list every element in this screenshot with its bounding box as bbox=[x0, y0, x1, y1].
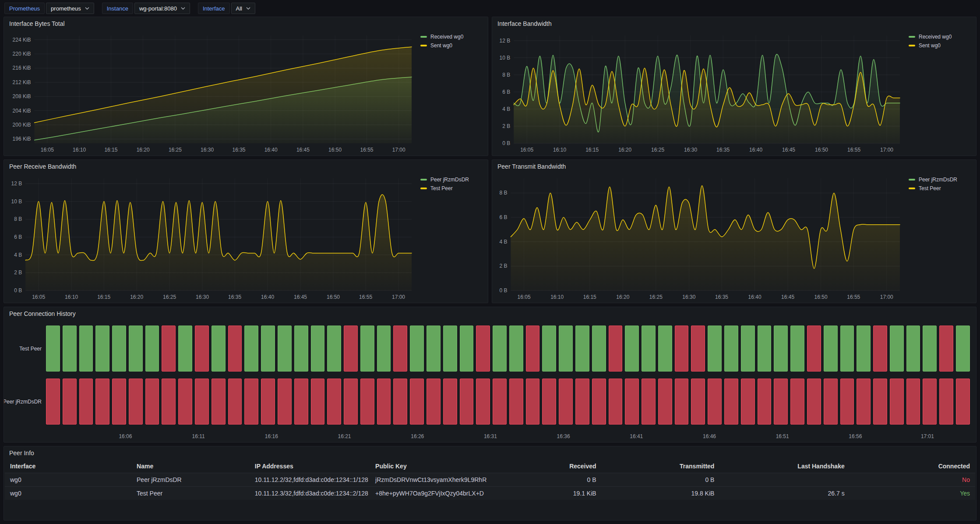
column-header-ip-addresses[interactable]: IP Addresses bbox=[250, 460, 370, 473]
panel-title[interactable]: Peer Receive Bandwidth bbox=[4, 160, 488, 173]
state-bar-disconnected bbox=[906, 379, 920, 425]
state-bar-disconnected bbox=[609, 326, 623, 372]
legend-item[interactable]: Received wg0 bbox=[909, 34, 952, 40]
state-bar-connected bbox=[642, 326, 656, 372]
legend-item[interactable]: Sent wg0 bbox=[420, 42, 452, 49]
panel-title[interactable]: Peer Info bbox=[4, 446, 976, 460]
state-bar-connected bbox=[294, 326, 308, 372]
timeline-strip[interactable] bbox=[46, 326, 970, 372]
state-bar-connected bbox=[178, 326, 192, 372]
svg-text:16:35: 16:35 bbox=[715, 294, 728, 300]
variable-group-interface: Interface All bbox=[198, 3, 255, 14]
instance-variable-dropdown[interactable]: wg-portal:8080 bbox=[134, 3, 190, 14]
legend-label: Sent wg0 bbox=[919, 42, 941, 49]
svg-text:16:05: 16:05 bbox=[518, 294, 531, 300]
column-header-last-handshake[interactable]: Last Handshake bbox=[719, 460, 850, 473]
cell-name: Test Peer bbox=[131, 487, 250, 500]
column-header-received[interactable]: Received bbox=[490, 460, 601, 473]
state-bar-connected bbox=[79, 326, 93, 372]
state-bar-disconnected bbox=[939, 326, 953, 372]
x-axis-tick-label: 16:11 bbox=[192, 433, 205, 439]
legend-label: Peer jRzmDsDR bbox=[430, 177, 469, 183]
state-bar-disconnected bbox=[410, 379, 424, 425]
interface-bytes-total-chart[interactable]: 16:0516:1016:1516:2016:2516:3016:3516:40… bbox=[7, 30, 416, 155]
cell-interface: wg0 bbox=[5, 473, 131, 486]
state-bar-disconnected bbox=[427, 379, 441, 425]
cell-ip-addresses: 10.11.12.3/32,fdfd:d3ad:c0de:1234::2/128 bbox=[250, 487, 370, 500]
peer-receive-bandwidth-chart[interactable]: 16:0516:1016:1516:2016:2516:3016:3516:40… bbox=[7, 173, 416, 302]
legend-item[interactable]: Test Peer bbox=[420, 185, 453, 191]
dashboard-grid: Interface Bytes Total 16:0516:1016:1516:… bbox=[0, 17, 980, 524]
svg-text:6 B: 6 B bbox=[499, 214, 507, 220]
timeline-row-label: Test Peer bbox=[4, 326, 46, 372]
state-bar-disconnected bbox=[575, 379, 589, 425]
state-bar-connected bbox=[758, 326, 772, 372]
panel-title[interactable]: Interface Bytes Total bbox=[4, 17, 488, 30]
peer-transmit-bandwidth-chart[interactable]: 16:0516:1016:1516:2016:2516:3016:3516:40… bbox=[495, 173, 904, 302]
panel-interface-bandwidth: Interface Bandwidth 16:0516:1016:1516:20… bbox=[492, 17, 976, 156]
svg-text:16:50: 16:50 bbox=[814, 294, 828, 300]
interface-bandwidth-chart[interactable]: 16:0516:1016:1516:2016:2516:3016:3516:40… bbox=[495, 30, 904, 155]
panel-title[interactable]: Peer Transmit Bandwidth bbox=[492, 160, 976, 173]
column-header-interface[interactable]: Interface bbox=[5, 460, 131, 473]
x-axis-tick-label: 16:51 bbox=[776, 433, 789, 439]
state-bar-disconnected bbox=[857, 379, 871, 425]
panel-peer-transmit-bandwidth: Peer Transmit Bandwidth 16:0516:1016:151… bbox=[492, 159, 976, 303]
svg-text:16:20: 16:20 bbox=[137, 147, 150, 153]
state-bar-connected bbox=[360, 326, 374, 372]
state-bar-disconnected bbox=[923, 379, 937, 425]
svg-text:2 B: 2 B bbox=[14, 269, 22, 276]
legend-label: Test Peer bbox=[430, 185, 453, 191]
state-bar-connected bbox=[327, 326, 341, 372]
peer-connection-history-timeline[interactable]: Test PeerPeer jRzmDsDR16:0616:1116:1616:… bbox=[4, 320, 976, 442]
legend-item[interactable]: Test Peer bbox=[909, 185, 941, 191]
x-axis-tick-label: 16:31 bbox=[484, 433, 497, 439]
state-bar-connected bbox=[890, 326, 904, 372]
column-header-public-key[interactable]: Public Key bbox=[370, 460, 490, 473]
state-bar-connected bbox=[575, 326, 589, 372]
state-bar-disconnected bbox=[244, 379, 258, 425]
state-bar-disconnected bbox=[625, 379, 639, 425]
legend-item[interactable]: Peer jRzmDsDR bbox=[420, 177, 469, 183]
legend-label: Peer jRzmDsDR bbox=[919, 177, 957, 183]
svg-text:16:55: 16:55 bbox=[847, 294, 860, 300]
column-header-connected[interactable]: Connected bbox=[850, 460, 975, 473]
column-header-name[interactable]: Name bbox=[131, 460, 250, 473]
svg-text:212 KiB: 212 KiB bbox=[13, 79, 31, 85]
prometheus-variable-value: prometheus bbox=[51, 5, 81, 12]
svg-text:17:00: 17:00 bbox=[880, 294, 893, 300]
state-bar-disconnected bbox=[476, 326, 490, 372]
cell-public-key: +8he+pyWH7Oa9g2FVjIxQzy04brLX+D bbox=[370, 487, 490, 500]
state-bar-connected bbox=[493, 326, 507, 372]
legend-label: Test Peer bbox=[919, 185, 941, 191]
svg-text:16:05: 16:05 bbox=[41, 147, 54, 153]
line-chart-svg: 16:0516:1016:1516:2016:2516:3016:3516:40… bbox=[7, 30, 416, 155]
state-bar-connected bbox=[708, 326, 722, 372]
panel-title[interactable]: Peer Connection History bbox=[4, 307, 976, 320]
line-chart-svg: 16:0516:1016:1516:2016:2516:3016:3516:40… bbox=[7, 173, 416, 302]
legend-item[interactable]: Received wg0 bbox=[420, 34, 463, 40]
svg-text:16:20: 16:20 bbox=[130, 294, 143, 300]
timeline-strip[interactable] bbox=[46, 379, 970, 425]
state-bar-connected bbox=[311, 326, 325, 372]
state-bar-disconnected bbox=[393, 326, 407, 372]
svg-text:16:40: 16:40 bbox=[264, 147, 278, 153]
prometheus-variable-dropdown[interactable]: prometheus bbox=[46, 3, 94, 14]
svg-text:16:30: 16:30 bbox=[201, 147, 214, 153]
interface-variable-dropdown[interactable]: All bbox=[231, 3, 255, 14]
svg-text:16:55: 16:55 bbox=[360, 147, 373, 153]
state-bar-disconnected bbox=[344, 326, 358, 372]
legend-item[interactable]: Peer jRzmDsDR bbox=[909, 177, 957, 183]
state-bar-connected bbox=[46, 326, 60, 372]
variable-group-instance: Instance wg-portal:8080 bbox=[102, 3, 190, 14]
state-bar-disconnected bbox=[691, 326, 705, 372]
panel-title[interactable]: Interface Bandwidth bbox=[492, 17, 976, 30]
legend-item[interactable]: Sent wg0 bbox=[909, 42, 941, 49]
state-bar-disconnected bbox=[360, 379, 374, 425]
column-header-transmitted[interactable]: Transmitted bbox=[602, 460, 720, 473]
state-bar-connected bbox=[906, 326, 920, 372]
state-bar-disconnected bbox=[840, 379, 854, 425]
state-bar-disconnected bbox=[145, 379, 159, 425]
chevron-down-icon bbox=[246, 7, 250, 10]
x-axis-tick-label: 16:46 bbox=[703, 433, 716, 439]
